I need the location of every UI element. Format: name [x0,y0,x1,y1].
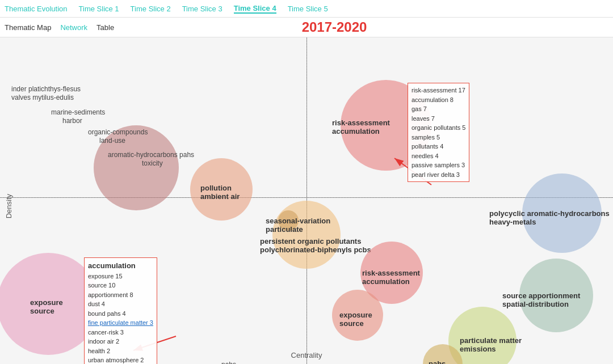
nav-time-slice-4[interactable]: Time Slice 4 [234,4,276,14]
text-label-0: inder platichthys-flesus [11,85,81,93]
bubble-b5 [272,201,341,269]
bubble-b4 [0,253,99,355]
bubble-b1 [341,80,431,171]
tooltip-line-1-9: health 2 [88,346,153,356]
text-label-2: marine-sediments [51,108,105,116]
tooltip-line-1-1: exposure 15 [88,272,153,281]
y-axis-label: Density [5,194,13,218]
nav-time-slice-1[interactable]: Time Slice 1 [79,5,119,13]
nav-thematic-evolution[interactable]: Thematic Evolution [5,5,68,13]
tooltip-line-1-7: cancer-risk 3 [88,328,153,337]
bubble-b3 [190,158,253,221]
text-label-8: pahs [221,361,236,364]
svg-line-2 [133,336,176,350]
tooltip-line-1-2: source 10 [88,281,153,290]
nav-network[interactable]: Network [60,23,87,32]
x-axis-label: Centrality [291,351,322,359]
top-nav: Thematic Evolution Time Slice 1 Time Sli… [0,0,613,18]
tooltip-line-0-8: passive samplers 3 [412,160,465,170]
bubble-b9 [519,259,593,332]
chart-area: Density Centrality risk-assessment accum… [0,37,613,364]
tooltip-line-0-9: pearl river delta 3 [412,170,465,180]
text-label-1: valves mytilus-edulis [11,94,74,101]
nav-table[interactable]: Table [96,23,114,32]
bubble-b7 [332,290,383,341]
second-nav: Thematic Map Network Table 2017-2020 [0,18,613,37]
tooltip-line-1-8: indoor air 2 [88,337,153,346]
nav-time-slice-2[interactable]: Time Slice 2 [131,5,171,13]
text-label-3: harbor [62,117,82,125]
bubble-b12 [278,210,299,231]
nav-thematic-map[interactable]: Thematic Map [5,23,51,32]
nav-time-slice-3[interactable]: Time Slice 3 [182,5,222,13]
tooltip-line-0-0: risk-assessment 17 [412,86,465,95]
tooltip-line-1-10: urban atmosphere 2 [88,355,153,364]
tooltip-line-1-0: accumulation [88,260,153,272]
bubble-b8 [522,173,602,253]
bubble-b2 [94,125,179,210]
year-label: 2017-2020 [302,19,367,35]
tooltip-line-1-6: fine particulate matter 3 [88,318,153,328]
nav-time-slice-5[interactable]: Time Slice 5 [288,5,328,13]
